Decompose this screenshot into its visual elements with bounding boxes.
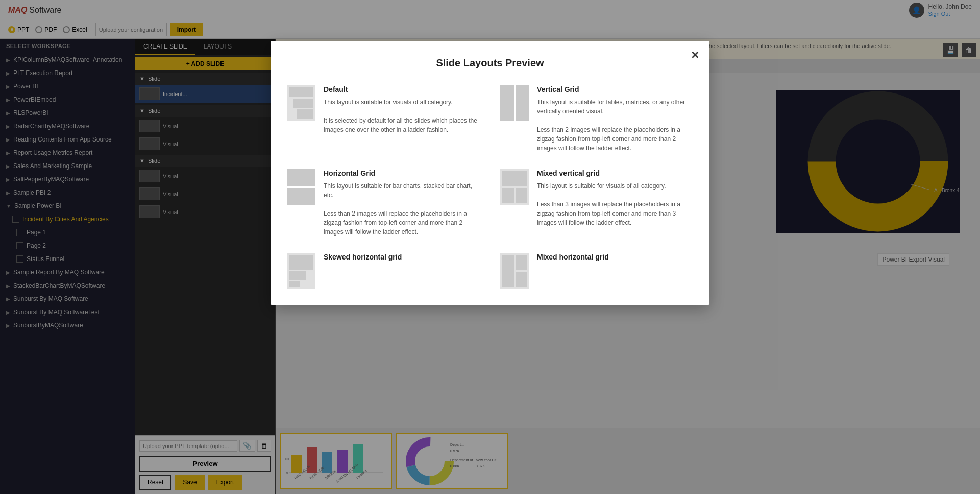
layout-desc-vertical-grid: This layout is suitable for tables, matr…: [537, 98, 693, 153]
layout-info-mixed-vertical: Mixed vertical grid This layout is suita…: [537, 169, 693, 227]
thumb-cell-wide: [502, 171, 527, 186]
modal-title: Slide Layouts Preview: [287, 57, 693, 69]
thumb-hrow-2: [287, 188, 315, 205]
layout-info-horizontal-grid: Horizontal Grid This layout is suitable …: [324, 169, 480, 237]
modal: Slide Layouts Preview ✕ Default This lay…: [271, 41, 709, 305]
layout-info-mixed-horizontal: Mixed horizontal grid: [537, 253, 609, 265]
layout-name-horizontal-grid: Horizontal Grid: [324, 169, 480, 177]
thumb-hrow-1: [287, 169, 315, 186]
modal-overlay: Slide Layouts Preview ✕ Default This lay…: [0, 0, 980, 494]
layout-item-mixed-horizontal: Mixed horizontal grid: [500, 253, 693, 289]
thumb-cell-2: [516, 188, 528, 204]
layout-desc-mixed-vertical: This layout is suitable for visuals of a…: [537, 181, 693, 227]
layout-name-default: Default: [324, 85, 480, 93]
layout-thumb-mixed-vertical: [500, 169, 529, 205]
layout-name-skewed-horizontal: Skewed horizontal grid: [324, 253, 402, 261]
thumb-mixed-v: [500, 169, 529, 205]
layout-thumb-default: [287, 85, 315, 121]
layout-desc-default: This layout is suitable for visuals of a…: [324, 98, 480, 134]
layout-name-mixed-vertical: Mixed vertical grid: [537, 169, 693, 177]
layout-item-default: Default This layout is suitable for visu…: [287, 85, 480, 153]
layout-item-skewed-horizontal: Skewed horizontal grid: [287, 253, 480, 289]
layout-item-mixed-vertical: Mixed vertical grid This layout is suita…: [500, 169, 693, 237]
thumb-cell-1: [502, 188, 514, 204]
layout-thumb-mixed-horizontal: [500, 253, 529, 289]
layout-thumb-vertical-grid: [500, 85, 529, 121]
layout-info-default: Default This layout is suitable for visu…: [324, 85, 480, 134]
thumb-vcol-1: [500, 85, 514, 121]
layout-thumb-horizontal-grid: [287, 169, 315, 205]
layout-desc-horizontal-grid: This layout is suitable for bar charts, …: [324, 181, 480, 237]
layout-info-vertical-grid: Vertical Grid This layout is suitable fo…: [537, 85, 693, 153]
layout-item-horizontal-grid: Horizontal Grid This layout is suitable …: [287, 169, 480, 237]
layout-name-mixed-horizontal: Mixed horizontal grid: [537, 253, 609, 261]
thumb-hrows: [287, 169, 315, 205]
layout-item-vertical-grid: Vertical Grid This layout is suitable fo…: [500, 85, 693, 153]
layout-thumb-skewed-horizontal: [287, 253, 315, 289]
thumb-vcol-2: [516, 85, 529, 121]
modal-close-button[interactable]: ✕: [691, 49, 699, 61]
layout-info-skewed-horizontal: Skewed horizontal grid: [324, 253, 402, 265]
thumb-vcols: [500, 85, 529, 121]
layout-name-vertical-grid: Vertical Grid: [537, 85, 693, 93]
layouts-grid: Default This layout is suitable for visu…: [287, 85, 693, 289]
